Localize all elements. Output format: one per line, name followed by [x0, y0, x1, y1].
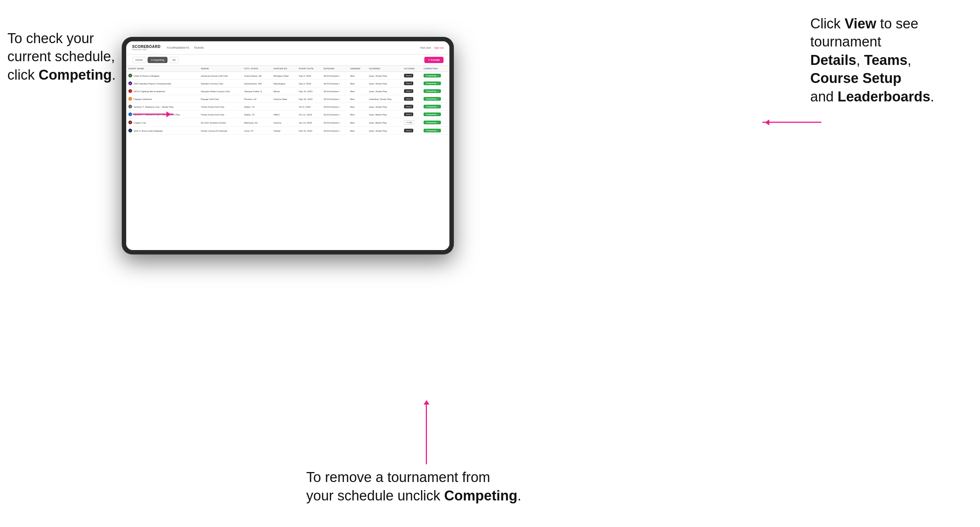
view-button-7[interactable]: View ℹ [404, 129, 413, 132]
view-button-2[interactable]: View ℹ [404, 89, 413, 93]
cell-scoring-5: team, Match Play [367, 111, 401, 118]
cell-division-5: NCAA Division I [321, 111, 348, 118]
competing-button-5[interactable]: Competing [423, 113, 441, 116]
nav-teams[interactable]: TEAMS [194, 44, 204, 51]
filter-bar: Home Competing All + Create [126, 55, 449, 66]
arrow-left [133, 114, 173, 115]
ann-tr-b3: Teams [864, 52, 908, 68]
ann-tr-b4: Course Setup [810, 70, 901, 86]
ann-bot-bold: Competing [444, 488, 517, 503]
table-row: H John A. Burns Intercollegiate Ocean Co… [126, 127, 449, 135]
nav-tournaments[interactable]: TOURNAMENTS [166, 44, 189, 51]
ann-tr-b2: Details [810, 52, 856, 68]
event-name-6: Copper Cup [134, 121, 146, 124]
competing-button-3[interactable]: Competing [423, 97, 441, 101]
cell-event-1: W 2023 Sahalee Players Championship [126, 80, 199, 87]
cell-venue-7: Ocean Course At Hokuala [199, 127, 242, 135]
cell-division-1: NCAA Division I [321, 80, 348, 87]
cell-hosted-7: Hawaii [271, 127, 297, 135]
cell-scoring-0: team, Stroke Play [367, 72, 401, 80]
table-row: J Jackson T. Stephens Cup – Stroke Play … [126, 103, 449, 111]
cell-event-3: Y Papago Individual [126, 95, 199, 103]
user-label: Test User [420, 46, 431, 49]
col-hosted: HOSTED BY [271, 66, 297, 72]
cell-scoring-6: team, Match Play [367, 118, 401, 127]
arrow-bottom [426, 402, 427, 464]
cell-hosted-1: Washington [271, 80, 297, 87]
tab-competing[interactable]: Competing [148, 57, 167, 63]
view-button-3[interactable]: View ℹ [404, 97, 413, 101]
col-competing: COMPETING [422, 66, 449, 72]
cell-gender-5: Men [348, 111, 367, 118]
cell-city-0: Grand Haven, MI [242, 72, 272, 80]
edit-button-6[interactable]: ✏ Edit [404, 120, 414, 125]
cell-gender-0: Men [348, 72, 367, 80]
tab-all[interactable]: All [169, 57, 178, 63]
cell-division-4: NCAA Division I [321, 103, 348, 111]
competing-button-2[interactable]: Competing [423, 89, 441, 93]
create-button[interactable]: + Create [424, 57, 444, 63]
cell-event-4: J Jackson T. Stephens Cup – Stroke Play [126, 103, 199, 111]
cell-gender-7: Men [348, 127, 367, 135]
cell-gender-3: Men [348, 95, 367, 103]
cell-hosted-0: Michigan State [271, 72, 297, 80]
cell-city-4: Dallas, TX [242, 103, 272, 111]
cell-competing-2: Competing [422, 87, 449, 95]
cell-venue-5: Trinity Forest Golf Club [199, 111, 242, 118]
cell-actions-2: View ℹ [402, 87, 422, 95]
ann-tl-l1: To check your [7, 31, 94, 46]
event-name-3: Papago Individual [134, 98, 152, 100]
tab-home[interactable]: Home [132, 57, 146, 63]
team-logo-5: J [129, 113, 132, 116]
cell-city-3: Phoenix, AZ [242, 95, 272, 103]
annotation-bottom: To remove a tournament from your schedul… [306, 468, 565, 505]
view-button-0[interactable]: View ℹ [404, 74, 413, 78]
competing-button-0[interactable]: Competing [423, 74, 441, 78]
col-start: START DATE [297, 66, 321, 72]
cell-division-2: NCAA Division I [321, 87, 348, 95]
team-logo-1: W [129, 81, 132, 85]
cell-venue-1: Sahalee Country Club [199, 80, 242, 87]
view-button-4[interactable]: View ℹ [404, 105, 413, 108]
competing-button-6[interactable]: Competing [423, 121, 441, 124]
cell-start-0: Sep 4, 2023 [297, 72, 321, 80]
ann-bot-l1: To remove a tournament from [306, 470, 490, 485]
table-row: Y Papago Individual Papago Golf Club Pho… [126, 95, 449, 103]
nav-links: TOURNAMENTS TEAMS [166, 44, 414, 51]
cell-start-6: Jan 14, 2024 [297, 118, 321, 127]
event-name-2: OFCC Fighting Illini Invitational [134, 90, 165, 92]
ann-tr-l3: tournament [810, 34, 881, 49]
cell-gender-2: Men [348, 87, 367, 95]
view-button-5[interactable]: View ℹ [404, 113, 413, 116]
cell-event-7: H John A. Burns Intercollegiate [126, 127, 199, 135]
table-wrapper: EVENT NAME VENUE CITY, STATE HOSTED BY S… [126, 66, 449, 250]
event-name-1: 2023 Sahalee Players Championship [134, 82, 171, 85]
event-name-7: John A. Burns Intercollegiate [134, 129, 163, 132]
cell-start-4: Oct 9, 2023 [297, 103, 321, 111]
col-event-name: EVENT NAME [126, 66, 199, 72]
signout-link[interactable]: Sign out [434, 46, 444, 49]
cell-scoring-7: team, Stroke Play [367, 127, 401, 135]
team-logo-6: A [129, 121, 132, 124]
cell-city-6: Maricopa, AZ [242, 118, 272, 127]
ann-tl-l2: current schedule, [7, 49, 115, 64]
cell-competing-4: Competing [422, 103, 449, 111]
filter-tabs: Home Competing All [132, 57, 179, 63]
competing-button-4[interactable]: Competing [423, 105, 441, 108]
cell-division-3: NCAA Division I [321, 95, 348, 103]
col-actions: ACTIONS [402, 66, 422, 72]
cell-actions-1: View ℹ [402, 80, 422, 87]
cell-venue-0: American Dunes Golf Club [199, 72, 242, 80]
tablet-screen: SCOREBOARD Powered by clippi TOURNAMENTS… [126, 41, 449, 250]
competing-button-1[interactable]: Competing [423, 81, 441, 85]
ann-tl-period: . [112, 67, 116, 83]
annotation-top-left: To check your current schedule, click Co… [7, 30, 133, 84]
competing-button-7[interactable]: Competing [423, 129, 441, 132]
col-venue: VENUE [199, 66, 242, 72]
cell-scoring-2: team, Stroke Play [367, 87, 401, 95]
cell-gender-6: Men [348, 118, 367, 127]
cell-gender-4: Men [348, 103, 367, 111]
col-gender: GENDER [348, 66, 367, 72]
ann-bot-l2: your schedule unclick [306, 488, 444, 503]
view-button-1[interactable]: View ℹ [404, 81, 413, 85]
